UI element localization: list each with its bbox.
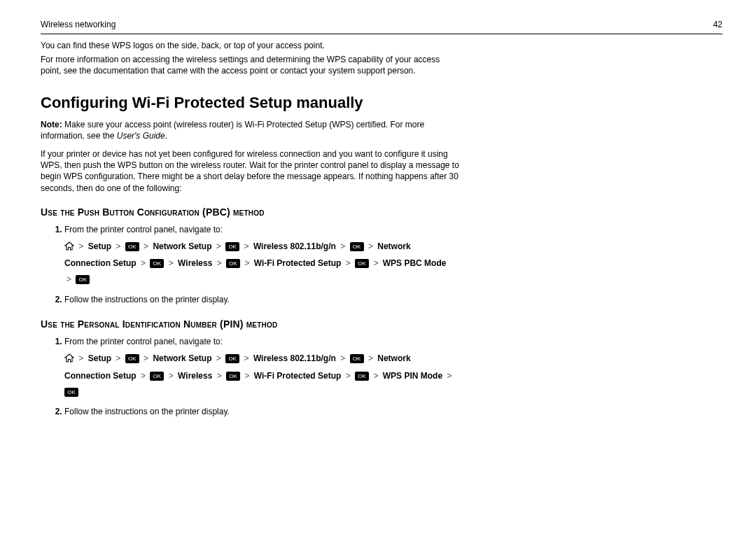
running-header: Wireless networking 42	[41, 20, 722, 29]
ok-icon: OK	[125, 242, 139, 251]
note-text: Make sure your access point (wireless ro…	[41, 120, 424, 141]
pin-nav-path: > Setup > OK > Network Setup > OK > Wire…	[64, 351, 456, 400]
pin-step-1-text: From the printer control panel, navigate…	[64, 337, 223, 346]
ok-icon: OK	[355, 372, 369, 381]
separator: >	[141, 353, 150, 363]
pbc-heading: Use the Push Button Configuration (PBC) …	[41, 206, 722, 218]
ok-icon: OK	[150, 372, 164, 381]
after-note-paragraph: If your printer or device has not yet be…	[41, 148, 461, 194]
nav-setup: Setup	[88, 353, 111, 363]
ok-icon: OK	[226, 259, 240, 268]
pbc-nav-path: > Setup > OK > Network Setup > OK > Wire…	[64, 239, 456, 288]
separator: >	[338, 353, 347, 363]
separator: >	[344, 371, 353, 381]
intro-line-2: For more information on accessing the wi…	[41, 54, 461, 76]
separator: >	[113, 241, 122, 251]
pin-step-1: From the printer control panel, navigate…	[64, 335, 722, 400]
nav-wireless-std: Wireless 802.11b/g/n	[253, 241, 336, 251]
intro-line-1: You can find these WPS logos on the side…	[41, 40, 722, 51]
separator: >	[242, 258, 251, 268]
ok-icon: OK	[76, 275, 90, 284]
pbc-step-1-text: From the printer control panel, navigate…	[64, 225, 223, 234]
separator: >	[344, 258, 353, 268]
pin-heading: Use the Personal Identification Number (…	[41, 318, 722, 330]
separator: >	[113, 353, 122, 363]
nav-wps: Wi‑Fi Protected Setup	[254, 371, 342, 381]
separator: >	[214, 353, 223, 363]
note-paragraph: Note: Make sure your access point (wirel…	[41, 119, 461, 141]
pbc-step-1: From the printer control panel, navigate…	[64, 223, 722, 288]
ok-icon: OK	[64, 388, 78, 397]
note-label: Note:	[41, 120, 62, 129]
nav-wireless: Wireless	[178, 371, 212, 381]
separator: >	[64, 274, 74, 284]
separator: >	[242, 353, 251, 363]
note-italic: User's Guide	[117, 131, 165, 141]
page-number: 42	[713, 20, 722, 29]
separator: >	[215, 258, 224, 268]
nav-wireless: Wireless	[178, 258, 212, 268]
separator: >	[371, 371, 380, 381]
ok-icon: OK	[350, 354, 364, 363]
pin-steps: From the printer control panel, navigate…	[41, 335, 722, 418]
section-title: Wireless networking	[41, 20, 115, 29]
header-rule	[41, 34, 722, 34]
separator: >	[139, 258, 148, 268]
nav-wps: Wi‑Fi Protected Setup	[254, 258, 342, 268]
pbc-step-2: Follow the instructions on the printer d…	[64, 293, 722, 306]
pbc-steps: From the printer control panel, navigate…	[41, 223, 722, 306]
note-period: .	[165, 131, 167, 141]
separator: >	[242, 371, 251, 381]
separator: >	[167, 371, 176, 381]
separator: >	[139, 371, 148, 381]
page-title: Configuring Wi‑Fi Protected Setup manual…	[41, 94, 722, 112]
ok-icon: OK	[355, 259, 369, 268]
separator: >	[141, 241, 150, 251]
nav-setup: Setup	[88, 241, 111, 251]
pbc-step-2-text: Follow the instructions on the printer d…	[64, 295, 230, 304]
ok-icon: OK	[225, 354, 239, 363]
ok-icon: OK	[125, 354, 139, 363]
separator: >	[215, 371, 224, 381]
separator: >	[76, 241, 85, 251]
separator: >	[214, 241, 223, 251]
separator: >	[242, 241, 251, 251]
separator: >	[371, 258, 380, 268]
ok-icon: OK	[350, 242, 364, 251]
separator: >	[167, 258, 176, 268]
nav-network-setup: Network Setup	[153, 353, 211, 363]
separator: >	[76, 353, 85, 363]
nav-mode: WPS PBC Mode	[383, 258, 447, 268]
nav-wireless-std: Wireless 802.11b/g/n	[253, 353, 336, 363]
ok-icon: OK	[226, 372, 240, 381]
ok-icon: OK	[225, 242, 239, 251]
separator: >	[366, 241, 375, 251]
pin-step-2-text: Follow the instructions on the printer d…	[64, 407, 230, 416]
nav-network-setup: Network Setup	[153, 241, 211, 251]
ok-icon: OK	[150, 259, 164, 268]
document-page: Wireless networking 42 You can find thes…	[0, 0, 756, 534]
pin-step-2: Follow the instructions on the printer d…	[64, 405, 722, 418]
home-icon	[64, 352, 74, 368]
separator: >	[444, 371, 454, 381]
separator: >	[338, 241, 347, 251]
separator: >	[366, 353, 375, 363]
home-icon	[64, 240, 74, 256]
nav-mode: WPS PIN Mode	[383, 371, 442, 381]
